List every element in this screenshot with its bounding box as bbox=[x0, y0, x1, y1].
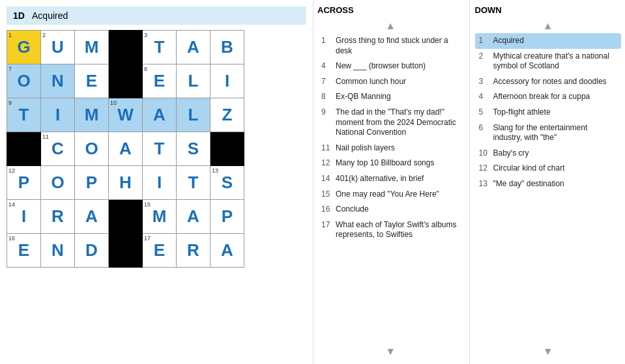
grid-cell[interactable]: D bbox=[75, 234, 109, 268]
down-clue-item[interactable]: 13"Me day" destination bbox=[475, 176, 622, 192]
grid-cell[interactable]: A bbox=[75, 200, 109, 234]
across-clue-item[interactable]: 17What each of Taylor Swift's albums rep… bbox=[317, 217, 464, 243]
across-scroll-down[interactable]: ▼ bbox=[317, 344, 464, 359]
across-clue-item[interactable]: 12Many top 10 Billboard songs bbox=[317, 156, 464, 171]
across-clue-item[interactable]: 4New ___ (browser button) bbox=[317, 59, 464, 74]
grid-cell[interactable]: R bbox=[41, 200, 75, 234]
grid-cell[interactable]: Z bbox=[211, 98, 244, 132]
across-clue-item[interactable]: 1Gross thing to find stuck under a desk bbox=[317, 33, 464, 59]
grid-cell[interactable]: 2U bbox=[41, 31, 75, 64]
grid-cell[interactable]: 17E bbox=[143, 234, 177, 268]
down-section: DOWN ▲ 1Acquired2Mythical creature that'… bbox=[471, 0, 626, 364]
cell-number: 14 bbox=[8, 201, 15, 208]
cell-letter: T bbox=[19, 105, 29, 124]
grid-cell[interactable]: T bbox=[143, 132, 177, 166]
across-clue-item[interactable]: 9The dad in the "That's my dad!" moment … bbox=[317, 105, 464, 141]
grid-cell[interactable]: 9T bbox=[7, 98, 41, 132]
across-clue-item[interactable]: 14401(k) alternative, in brief bbox=[317, 171, 464, 187]
grid-cell[interactable]: N bbox=[41, 64, 75, 98]
grid-cell[interactable]: T bbox=[177, 166, 211, 200]
crossword-panel: 1D Acquired 1G2UM3TAB7ONE8ELI9TIM10WALZ1… bbox=[0, 0, 313, 364]
across-clues-list[interactable]: 1Gross thing to find stuck under a desk4… bbox=[317, 33, 464, 344]
clue-text: Slang for the entertainment industry, wi… bbox=[493, 123, 618, 143]
down-clue-item[interactable]: 12Circular kind of chart bbox=[475, 161, 622, 176]
grid-cell[interactable]: A bbox=[211, 234, 244, 268]
grid-cell[interactable] bbox=[211, 132, 244, 166]
down-scroll-down[interactable]: ▼ bbox=[475, 344, 622, 359]
cell-number: 2 bbox=[42, 32, 46, 38]
grid-cell[interactable]: 15M bbox=[143, 200, 177, 234]
down-clue-item[interactable]: 1Acquired bbox=[475, 33, 622, 49]
across-clue-item[interactable]: 8Ex-QB Manning bbox=[317, 89, 464, 105]
down-clue-item[interactable]: 2Mythical creature that's a national sym… bbox=[475, 49, 622, 74]
grid-cell[interactable]: O bbox=[75, 132, 109, 166]
grid-cell[interactable]: O bbox=[41, 166, 75, 200]
across-clue-item[interactable]: 7Common lunch hour bbox=[317, 74, 464, 90]
grid-cell[interactable]: E bbox=[75, 64, 109, 98]
down-clue-item[interactable]: 3Accessory for notes and doodles bbox=[475, 74, 622, 90]
grid-cell[interactable]: H bbox=[109, 166, 143, 200]
grid-cell[interactable]: 12P bbox=[7, 166, 41, 200]
cell-letter: U bbox=[51, 37, 64, 57]
down-scroll-up[interactable]: ▲ bbox=[475, 19, 622, 33]
grid-cell[interactable]: I bbox=[41, 98, 75, 132]
grid-cell[interactable]: A bbox=[143, 98, 177, 132]
clue-number: 11 bbox=[321, 143, 333, 154]
grid-cell[interactable] bbox=[109, 64, 143, 98]
clue-text: Accessory for notes and doodles bbox=[493, 77, 607, 87]
grid-cell[interactable]: M bbox=[75, 98, 109, 132]
grid-cell[interactable]: L bbox=[177, 98, 211, 132]
crossword-grid[interactable]: 1G2UM3TAB7ONE8ELI9TIM10WALZ11COATS12POPH… bbox=[7, 30, 244, 268]
grid-cell[interactable]: P bbox=[211, 200, 244, 234]
cell-number: 3 bbox=[144, 32, 147, 38]
down-clues-list[interactable]: 1Acquired2Mythical creature that's a nat… bbox=[475, 33, 622, 344]
cell-letter: R bbox=[187, 240, 199, 260]
down-title: DOWN bbox=[475, 5, 622, 15]
grid-cell[interactable] bbox=[109, 31, 143, 64]
cell-letter: T bbox=[188, 173, 199, 192]
cell-letter: H bbox=[119, 173, 132, 192]
cell-letter: Z bbox=[222, 105, 233, 124]
grid-cell[interactable]: 8E bbox=[143, 64, 177, 98]
clue-text: Common lunch hour bbox=[336, 77, 406, 87]
grid-cell[interactable]: I bbox=[211, 64, 244, 98]
grid-cell[interactable]: 14I bbox=[7, 200, 41, 234]
cell-letter: G bbox=[17, 37, 30, 57]
cell-letter: M bbox=[85, 105, 99, 124]
grid-cell[interactable]: N bbox=[41, 234, 75, 268]
clue-number: 4 bbox=[321, 61, 333, 72]
grid-cell[interactable]: M bbox=[75, 31, 109, 64]
grid-cell[interactable]: I bbox=[143, 166, 177, 200]
across-clue-item[interactable]: 15One may read "You Are Here" bbox=[317, 187, 464, 203]
grid-cell[interactable]: A bbox=[177, 200, 211, 234]
grid-cell[interactable]: P bbox=[75, 166, 109, 200]
grid-cell[interactable] bbox=[109, 234, 143, 268]
across-clue-item[interactable]: 16Conclude bbox=[317, 202, 464, 217]
grid-cell[interactable]: L bbox=[177, 64, 211, 98]
down-clue-item[interactable]: 6Slang for the entertainment industry, w… bbox=[475, 120, 622, 146]
down-clue-item[interactable]: 4Afternoon break for a cuppa bbox=[475, 89, 622, 105]
down-clue-item[interactable]: 10Baby's cry bbox=[475, 146, 622, 161]
grid-cell[interactable]: B bbox=[211, 31, 244, 64]
across-scroll-up[interactable]: ▲ bbox=[317, 19, 464, 33]
cell-number: 7 bbox=[8, 66, 12, 72]
clue-text: Acquired bbox=[493, 36, 524, 46]
grid-cell[interactable]: S bbox=[177, 132, 211, 166]
clue-number: 15 bbox=[321, 189, 333, 200]
grid-cell[interactable]: A bbox=[109, 132, 143, 166]
cell-number: 9 bbox=[8, 100, 12, 106]
grid-cell[interactable] bbox=[109, 200, 143, 234]
down-clue-item[interactable]: 5Top-flight athlete bbox=[475, 105, 622, 120]
clue-number: 9 bbox=[321, 107, 333, 138]
grid-cell[interactable]: 16E bbox=[7, 234, 41, 268]
grid-cell[interactable]: 7O bbox=[7, 64, 41, 98]
grid-cell[interactable]: 3T bbox=[143, 31, 177, 64]
across-clue-item[interactable]: 11Nail polish layers bbox=[317, 141, 464, 156]
grid-cell[interactable] bbox=[7, 132, 41, 166]
grid-cell[interactable]: 1G bbox=[7, 31, 41, 64]
grid-cell[interactable]: 13S bbox=[211, 166, 244, 200]
grid-cell[interactable]: 10W bbox=[109, 98, 143, 132]
grid-cell[interactable]: R bbox=[177, 234, 211, 268]
grid-cell[interactable]: A bbox=[177, 31, 211, 64]
grid-cell[interactable]: 11C bbox=[41, 132, 75, 166]
